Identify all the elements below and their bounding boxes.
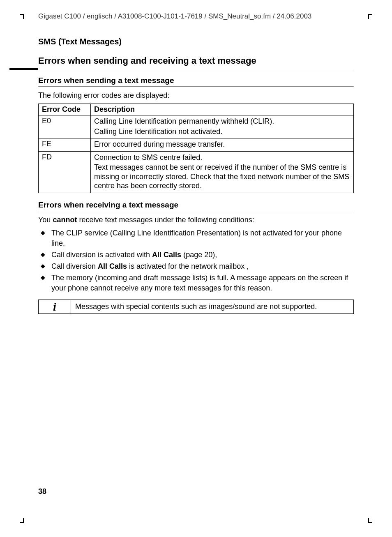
list-item: The memory (incoming and draft message l… xyxy=(38,273,354,293)
document-path: Gigaset C100 / englisch / A31008-C100-J1… xyxy=(38,12,354,21)
list-item: Call diversion All Calls is activated fo… xyxy=(38,261,354,271)
info-text: Messages with special contents such as i… xyxy=(71,300,353,313)
receiving-intro: You cannot receive text messages under t… xyxy=(38,215,354,225)
error-desc-line: Connection to SMS centre failed. xyxy=(94,153,350,162)
heading-2-receiving: Errors when receiving a text message xyxy=(38,201,354,210)
error-code-cell: FE xyxy=(39,138,91,152)
sending-intro: The following error codes are displayed: xyxy=(38,91,354,100)
error-desc-cell: Error occurred during message transfer. xyxy=(91,138,354,152)
info-note-box: i Messages with special contents such as… xyxy=(38,300,354,314)
error-desc-cell: Calling Line Identification permanently … xyxy=(91,115,354,138)
heading-2-rule xyxy=(38,86,354,87)
section-header: SMS (Text Messages) xyxy=(38,37,354,46)
crop-mark xyxy=(368,518,369,523)
receiving-bullet-list: The CLIP service (Calling Line Identific… xyxy=(38,228,354,293)
info-icon: i xyxy=(39,300,71,313)
list-item: Call diversion is activated with All Cal… xyxy=(38,250,354,260)
text-span: Call diversion xyxy=(51,262,98,270)
col-header-desc: Description xyxy=(91,104,354,115)
heading-1-rule xyxy=(38,68,354,70)
error-code-cell: FD xyxy=(39,151,91,193)
error-desc-line: Calling Line Identification permanently … xyxy=(94,117,350,126)
text-span: (page 20), xyxy=(181,251,217,259)
text-bold: All Calls xyxy=(98,262,127,270)
text-span: Call diversion is activated with xyxy=(51,251,152,259)
crop-mark xyxy=(368,14,369,19)
text-span: You xyxy=(38,216,53,224)
text-span: receive text messages under the followin… xyxy=(77,216,254,224)
error-desc-cell: Connection to SMS centre failed. Text me… xyxy=(91,151,354,193)
heading-1: Errors when sending and receiving a text… xyxy=(38,55,354,66)
col-header-code: Error Code xyxy=(39,104,91,115)
error-desc-line: Text messages cannot be sent or received… xyxy=(94,163,350,191)
heading-2-sending: Errors when sending a text message xyxy=(38,76,354,85)
crop-mark xyxy=(23,14,24,19)
page-body: Gigaset C100 / englisch / A31008-C100-J1… xyxy=(38,12,354,500)
table-row: E0 Calling Line Identification permanent… xyxy=(39,115,354,138)
text-bold: All Calls xyxy=(152,251,181,259)
text-span: The memory (incoming and draft message l… xyxy=(51,274,348,292)
text-bold: cannot xyxy=(53,216,77,224)
text-span: The CLIP service (Calling Line Identific… xyxy=(51,229,342,247)
text-span: is activated for the network mailbox , xyxy=(127,262,249,270)
error-desc-line: Calling Line Identification not activate… xyxy=(94,127,350,136)
page-number: 38 xyxy=(38,487,46,496)
table-header-row: Error Code Description xyxy=(39,104,354,115)
list-item: The CLIP service (Calling Line Identific… xyxy=(38,228,354,248)
table-row: FD Connection to SMS centre failed. Text… xyxy=(39,151,354,193)
error-code-table: Error Code Description E0 Calling Line I… xyxy=(38,104,354,193)
table-row: FE Error occurred during message transfe… xyxy=(39,138,354,152)
crop-mark xyxy=(23,518,24,523)
error-code-cell: E0 xyxy=(39,115,91,138)
heading-2-rule xyxy=(38,211,354,211)
error-desc-line: Error occurred during message transfer. xyxy=(94,140,350,149)
